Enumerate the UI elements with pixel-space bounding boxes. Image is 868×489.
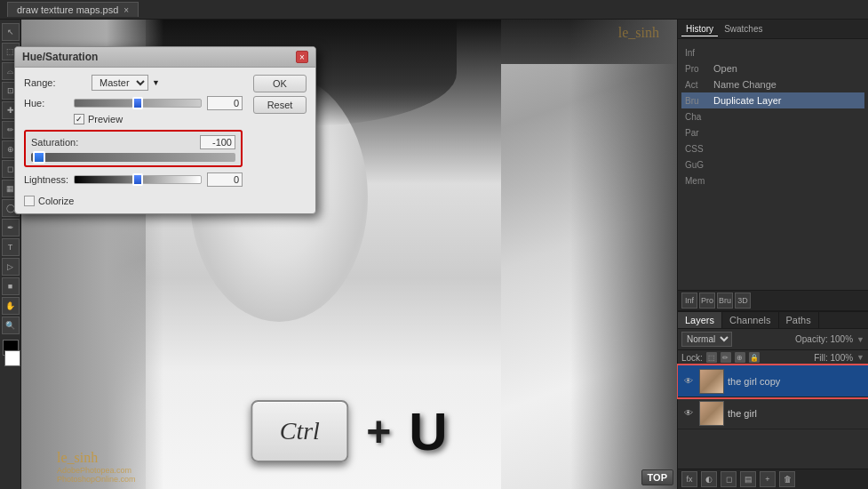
preview-checkbox[interactable]: ✓ (74, 114, 84, 124)
layers-bottom-bar: fx ◐ ◻ ▤ + 🗑 (678, 469, 868, 489)
history-item-par[interactable]: Par (681, 124, 864, 140)
hue-value-input[interactable] (207, 96, 243, 110)
history-tab[interactable]: History (681, 22, 718, 36)
tool-zoom[interactable]: 🔍 (2, 317, 20, 334)
watermark-line3: PhotoshopOnline.com (57, 475, 136, 484)
hue-slider-thumb[interactable] (132, 97, 143, 109)
layer-mask-button[interactable]: ◐ (701, 471, 717, 487)
plus-symbol: + (366, 407, 391, 456)
layer-group-button[interactable]: ▤ (740, 471, 756, 487)
layers-panel: Layers Channels Paths Normal Opacity: 10… (678, 311, 868, 489)
right-panel: History Swatches Inf Pro Open Act Name C… (677, 20, 868, 489)
layer-thumb-original (699, 401, 724, 426)
saturation-section: Saturation: (24, 130, 243, 167)
hue-label: Hue: (24, 98, 68, 108)
fill-label: Fill: 100% (814, 353, 853, 363)
lightness-label: Lightness: (24, 174, 68, 185)
tool-pen[interactable]: ✒ (2, 219, 20, 236)
layer-thumb-image-copy (700, 370, 723, 393)
reset-button[interactable]: Reset (253, 96, 307, 114)
top-bar: draw textture maps.psd × (0, 0, 868, 20)
ok-button[interactable]: OK (253, 75, 307, 92)
layer-eye-original[interactable]: 👁 (681, 406, 696, 421)
history-item-gug[interactable]: GuG (681, 156, 864, 172)
right-shadow (570, 20, 677, 489)
history-key-act: Act (685, 80, 710, 90)
saturation-slider-thumb[interactable] (33, 151, 45, 164)
mini-btn-bru[interactable]: Bru (717, 293, 733, 309)
colorize-label: Colorize (38, 196, 74, 206)
lightness-slider-track[interactable] (74, 175, 202, 184)
layer-adjustment-button[interactable]: ◻ (721, 471, 737, 487)
fill-dropdown-icon[interactable]: ▼ (856, 353, 864, 362)
lock-position-icon[interactable]: ⊕ (735, 352, 745, 363)
colorize-checkbox[interactable] (24, 196, 35, 206)
canvas-watermark-top: le_sinh (618, 25, 659, 41)
layer-thumb-image-original (700, 402, 723, 425)
history-item-duplicate[interactable]: Bru Duplicate Layer (681, 92, 864, 108)
tab-close-button[interactable]: × (123, 5, 129, 15)
history-label-duplicate: Duplicate Layer (713, 95, 781, 106)
opacity-dropdown-icon[interactable]: ▼ (856, 335, 864, 344)
layer-row-original[interactable]: 👁 the girl (678, 397, 868, 429)
history-item-cha[interactable]: Cha (681, 108, 864, 124)
history-item-inf[interactable]: Inf (681, 44, 864, 60)
keyboard-shortcut-overlay: Ctrl + U (251, 400, 447, 462)
history-key-cha: Cha (685, 112, 710, 122)
lock-image-icon[interactable]: ✏ (721, 352, 731, 363)
tool-path[interactable]: ▷ (2, 258, 20, 276)
layers-tab-channels[interactable]: Channels (722, 312, 778, 328)
new-layer-button[interactable]: + (760, 471, 776, 487)
history-key-par: Par (685, 128, 710, 138)
lock-transparency-icon[interactable]: ⬚ (706, 352, 717, 363)
tab-title: draw textture maps.psd (17, 4, 118, 15)
history-item-namechange[interactable]: Act Name Change (681, 76, 864, 92)
saturation-slider-wrapper (31, 153, 235, 162)
layers-tab-layers[interactable]: Layers (678, 312, 722, 328)
tool-shape[interactable]: ■ (2, 277, 20, 295)
delete-layer-button[interactable]: 🗑 (779, 471, 795, 487)
history-key-pro: Pro (685, 64, 710, 74)
history-item-css[interactable]: CSS (681, 140, 864, 156)
history-item-open[interactable]: Pro Open (681, 60, 864, 76)
tool-move[interactable]: ↖ (2, 23, 20, 41)
mini-btn-inf[interactable]: Inf (681, 293, 697, 309)
history-key-mem: Mem (685, 176, 710, 186)
history-label-open: Open (713, 63, 737, 74)
saturation-value-input[interactable] (200, 135, 235, 149)
swatches-tab[interactable]: Swatches (720, 22, 767, 36)
hue-row: Hue: (24, 96, 243, 110)
document-tab[interactable]: draw textture maps.psd × (7, 2, 139, 17)
mini-btn-3d[interactable]: 3D (735, 293, 751, 309)
hue-saturation-dialog: Hue/Saturation × Range: Master ▼ (14, 46, 316, 214)
layer-name-original: the girl (728, 408, 864, 419)
range-label: Range: (24, 77, 86, 88)
saturation-slider-track[interactable] (31, 153, 235, 162)
history-item-mem[interactable]: Mem (681, 172, 864, 188)
dialog-close-button[interactable]: × (296, 51, 308, 63)
opacity-label: Opacity: 100% (795, 334, 853, 344)
blend-mode-select[interactable]: Normal (681, 332, 732, 347)
lightness-slider-thumb[interactable] (132, 173, 143, 186)
colorize-row: Colorize (24, 196, 307, 206)
tool-text[interactable]: T (2, 238, 20, 256)
lightness-value-input[interactable] (207, 172, 243, 187)
right-mini-buttons: Inf Pro Bru 3D (678, 290, 868, 311)
mini-btn-pro[interactable]: Pro (699, 293, 715, 309)
history-list: Inf Pro Open Act Name Change Bru Duplica… (681, 43, 864, 190)
dialog-titlebar: Hue/Saturation × (15, 47, 315, 68)
layer-fx-button[interactable]: fx (681, 471, 697, 487)
dialog-body: Range: Master ▼ Hue: (15, 68, 315, 213)
layers-tab-paths[interactable]: Paths (779, 312, 819, 328)
layer-row-copy[interactable]: 👁 the girl copy (678, 365, 868, 397)
layer-eye-copy[interactable]: 👁 (681, 374, 696, 389)
canvas-watermark-bottom: le_sinh AdobePhotopea.com PhotoshopOnlin… (57, 450, 136, 484)
lock-all-icon[interactable]: 🔒 (749, 352, 760, 363)
range-select-input[interactable]: Master (92, 75, 148, 91)
range-select-container: Master ▼ (92, 75, 160, 91)
tool-hand[interactable]: ✋ (2, 297, 20, 315)
history-key-bru: Bru (685, 96, 710, 106)
background-color[interactable] (4, 350, 20, 366)
hue-slider-track[interactable] (74, 99, 202, 108)
saturation-label: Saturation: (31, 137, 78, 148)
